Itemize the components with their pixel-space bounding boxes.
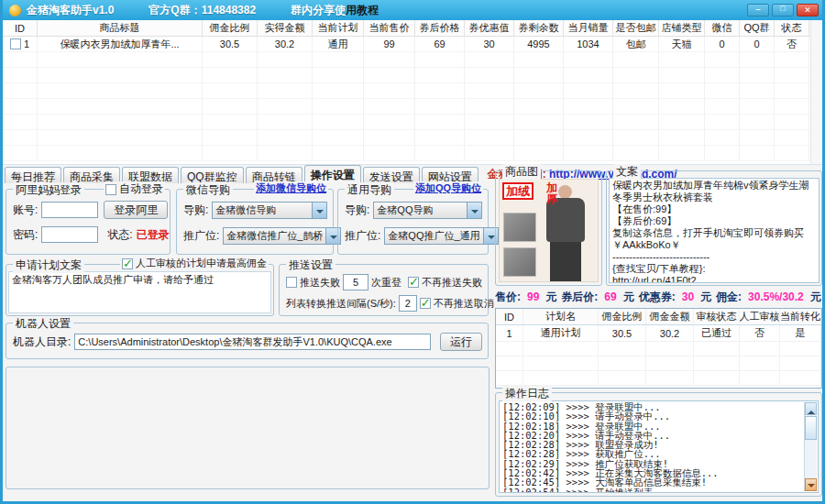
window-title: 金猪淘客助手v1.0 (27, 3, 114, 18)
plan-col-header[interactable]: 当前转化 (780, 309, 821, 324)
copy-line: 复制这条信息，打开手机淘宝即可领券购买￥AAkkBoKo￥ (612, 227, 816, 251)
share-tutorial-left: 群内分享使 (291, 4, 346, 16)
no-push-fail-checkbox[interactable] (408, 277, 419, 288)
copy-line: 保暖内衣男加绒加厚青年纯棉v领紧身学生潮冬季男士秋衣秋裤套装 (612, 180, 816, 203)
product-col-header[interactable]: 券后价格 (415, 20, 465, 36)
product-col-header[interactable]: 当前计划 (313, 20, 364, 36)
chevron-down-icon[interactable] (312, 203, 326, 218)
add-wechat-promo-link[interactable]: 添加微信导购位 (256, 181, 326, 195)
add-qq-promo-link[interactable]: 添加QQ导购位 (415, 181, 481, 195)
plan-copy-group: 申请计划文案 人工审核的计划申请最高佣金 金猪淘客万人团队成员推广申请，请给予通… (6, 264, 274, 316)
row-checkbox[interactable] (10, 38, 21, 49)
wechat-guide-label: 导购: (183, 203, 208, 218)
wechat-guide-value: 金猪微信导购 (213, 203, 312, 217)
login-alimama-button[interactable]: 登录阿里 (104, 201, 168, 219)
alimama-group-title: 阿里妈妈登录 (13, 182, 84, 198)
tab[interactable]: QQ群监控 (181, 167, 244, 183)
auto-login-checkbox[interactable] (105, 184, 116, 195)
product-col-header[interactable]: 当月销量 (564, 20, 613, 36)
product-cell: 1034 (564, 37, 613, 51)
plan-col-header[interactable]: 人工审核 (740, 309, 780, 324)
robot-dir-label: 机器人目录: (13, 334, 71, 350)
plan-col-header[interactable]: ID (496, 309, 523, 324)
product-cell: 30 (465, 37, 514, 51)
tab[interactable]: 每日推荐 (5, 167, 61, 183)
product-col-header[interactable]: 微信 (705, 20, 740, 36)
wechat-promo-select[interactable]: 金猪微信推广位_鹊桥 (223, 227, 341, 245)
product-col-header[interactable]: QQ群 (740, 20, 775, 36)
scroll-down-button[interactable] (805, 478, 817, 491)
scroll-up-button[interactable] (805, 402, 817, 415)
product-col-header[interactable]: 券优惠值 (465, 20, 514, 36)
price-unit: 元 (700, 290, 711, 305)
login-status-value: 已登录 (137, 227, 170, 243)
manual-review-checkbox[interactable] (122, 258, 133, 269)
product-col-header[interactable]: ID (3, 20, 38, 36)
product-cell: 0 (705, 37, 740, 51)
interval-input[interactable] (399, 295, 417, 312)
robot-settings-group: 机器人设置 机器人目录: 运行 (6, 323, 489, 359)
plan-col-header[interactable]: 佣金比例 (599, 309, 646, 324)
product-cell: 69 (415, 37, 465, 51)
plan-col-header[interactable]: 计划名 (523, 309, 599, 324)
product-table-empty-row (3, 130, 822, 146)
product-col-header[interactable]: 商品标题 (38, 20, 203, 36)
product-cell: 保暖内衣男加绒加厚青年... (38, 37, 203, 51)
tab[interactable]: 发送设置 (363, 167, 420, 183)
copywriting-title: 文案 (613, 164, 641, 180)
password-input[interactable] (41, 226, 98, 243)
plan-copy-textarea[interactable]: 金猪淘客万人团队成员推广申请，请给予通过 (8, 271, 271, 313)
plan-cell: 30.5 (599, 325, 646, 341)
fleece-badge: 加绒 (502, 182, 534, 200)
log-scrollbar (804, 402, 817, 491)
product-col-header[interactable]: 券剩余数 (514, 20, 564, 36)
qq-promo-select[interactable]: 金猪QQ推广位_通用 (384, 227, 498, 245)
window-controls (747, 4, 819, 16)
table-scrollbar[interactable] (810, 20, 822, 165)
chevron-down-icon[interactable] (467, 203, 481, 218)
maximize-button[interactable] (772, 4, 794, 16)
share-tutorial-right: 用教程 (346, 4, 379, 16)
log-box: [12:02:09] >>>> 登录联盟中...[12:02:10] >>>> … (499, 400, 819, 493)
app-window: 金猪淘客助手v1.0 官方Q群：114848382 群内分享使用教程 ID商品标… (0, 0, 825, 504)
plan-table-row[interactable]: 1通用计划30.530.2已通过否是 (496, 325, 821, 342)
no-push-fail-label: 不再推送失败 (422, 276, 482, 290)
product-col-header[interactable]: 实得金额 (258, 20, 313, 36)
price-value: 69 (604, 290, 616, 303)
close-button[interactable] (797, 4, 819, 16)
push-fail-checkbox[interactable] (286, 277, 297, 288)
no-push-cancel-checkbox[interactable] (420, 298, 431, 309)
product-image-group: 商品图 加绒 加厚 (495, 170, 602, 286)
wechat-promo-value: 金猪微信推广位_鹊桥 (224, 229, 325, 243)
qq-guide-select[interactable]: 金猪QQ导购 (373, 202, 482, 219)
account-input[interactable] (41, 202, 98, 218)
price-label: 券后价: (561, 290, 598, 305)
copy-line: http://url.cn/41F0t2 (612, 275, 816, 283)
login-status-label: 状态: (107, 227, 132, 243)
retry-count-input[interactable] (343, 274, 368, 290)
plan-col-header[interactable]: 审核状态 (694, 309, 740, 324)
product-col-header[interactable]: 状态 (775, 20, 809, 36)
product-cell: 4995 (514, 37, 564, 51)
wechat-promo-label: 推广位: (183, 228, 219, 244)
price-label: 售价: (495, 290, 521, 305)
price-value: 99 (527, 290, 539, 303)
copy-textarea[interactable]: 保暖内衣男加绒加厚青年纯棉v领紧身学生潮冬季男士秋衣秋裤套装【在售价:99】【券… (609, 178, 820, 283)
plan-cell: 30.2 (646, 325, 694, 341)
robot-path-input[interactable] (74, 334, 431, 350)
plan-col-header[interactable]: 佣金金额 (646, 309, 694, 324)
plan-cell: 已通过 (694, 325, 740, 341)
product-cell: 通用 (313, 37, 364, 51)
wechat-guide-select[interactable]: 金猪微信导购 (212, 202, 327, 219)
product-col-header[interactable]: 店铺类型 (659, 20, 705, 36)
tab[interactable]: 操作设置 (304, 165, 361, 183)
product-table-row[interactable]: 1保暖内衣男加绒加厚青年...30.530.2通用99693049951034包… (3, 37, 822, 52)
product-col-header[interactable]: 佣金比例 (203, 20, 258, 36)
scroll-thumb[interactable] (805, 416, 817, 440)
app-icon (9, 5, 21, 16)
minimize-button[interactable] (747, 4, 769, 16)
run-button[interactable]: 运行 (440, 333, 482, 351)
plan-table-empty-row (496, 342, 821, 356)
product-col-header[interactable]: 当前售价 (364, 20, 415, 36)
product-col-header[interactable]: 是否包邮 (613, 20, 659, 36)
